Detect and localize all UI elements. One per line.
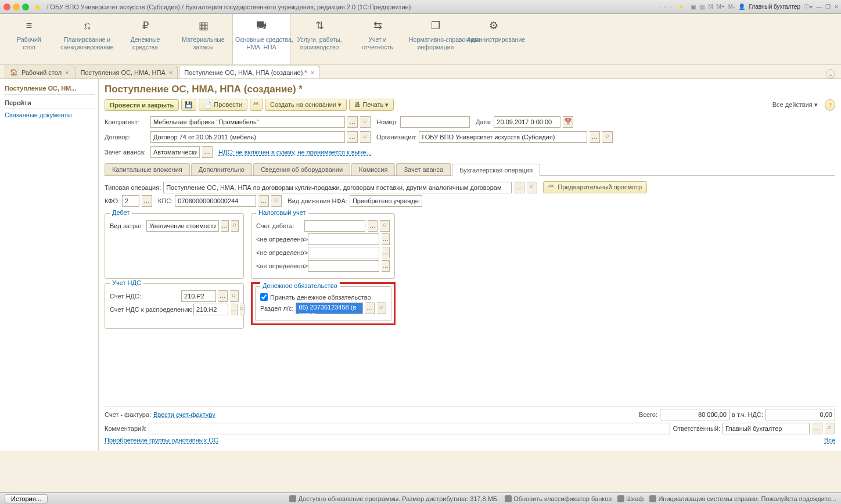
calc-mplus[interactable]: M+ — [717, 3, 725, 10]
find-button[interactable] — [271, 195, 282, 207]
responsible-input[interactable] — [723, 423, 810, 434]
find-button[interactable] — [377, 303, 386, 314]
close-window-icon[interactable] — [3, 3, 10, 10]
calc-mminus[interactable]: M- — [728, 3, 735, 10]
toolbar-icon[interactable]: ▫ — [659, 3, 661, 10]
date-input[interactable] — [494, 116, 560, 128]
ellipsis-button[interactable]: … — [590, 131, 600, 143]
favorite-icon[interactable]: ★ — [34, 2, 41, 12]
find-button[interactable] — [360, 116, 371, 128]
find-button[interactable] — [360, 131, 371, 143]
ellipsis-button[interactable]: … — [218, 290, 227, 302]
number-input[interactable] — [400, 116, 470, 128]
find-button[interactable] — [527, 182, 537, 193]
close-icon[interactable]: ✕ — [834, 3, 839, 10]
incl-nds-input[interactable] — [765, 409, 835, 420]
ellipsis-button[interactable]: … — [231, 304, 238, 315]
post-and-close-button[interactable]: Провести и закрыть — [105, 99, 179, 111]
comment-input[interactable] — [149, 423, 670, 434]
nds-account-input[interactable] — [181, 290, 216, 302]
ribbon-item[interactable]: ⇆Учет иотчетность — [348, 14, 407, 64]
advance-input[interactable] — [150, 146, 200, 158]
status-update[interactable]: Доступно обновление программы. Размер ди… — [289, 495, 499, 502]
tab-list[interactable]: Поступления ОС, НМА, НПА× — [76, 66, 178, 78]
total-input[interactable] — [660, 409, 729, 420]
preview-button[interactable]: ᴬᴷ Предварительный просмотр — [543, 181, 647, 193]
find-button[interactable] — [602, 131, 613, 143]
org-input[interactable] — [419, 131, 587, 143]
find-button[interactable] — [380, 220, 390, 232]
all-link[interactable]: Все — [824, 437, 835, 444]
calendar-button[interactable]: 📅 — [563, 116, 573, 128]
sub-tab[interactable]: Комиссия — [351, 163, 395, 175]
toolbar-icon[interactable]: ▣ — [691, 3, 696, 10]
ellipsis-button[interactable]: … — [382, 233, 390, 245]
debit-account-input[interactable] — [304, 220, 365, 232]
ribbon-item[interactable]: ▦Материальныезапасы — [174, 14, 232, 64]
save-button[interactable]: 💾 — [181, 99, 196, 111]
ribbon-item[interactable]: ⇅Услуги, работы,производство — [290, 14, 348, 64]
find-button[interactable] — [825, 423, 835, 434]
tab-desktop[interactable]: 🏠Рабочий стол× — [5, 66, 74, 78]
nds-dist-input[interactable] — [193, 304, 228, 315]
ribbon-item[interactable]: ≡Рабочийстол — [0, 14, 58, 64]
create-based-on-button[interactable]: Создать на основании — [265, 99, 347, 111]
ribbon-item[interactable]: ⛟Основные средства,НМА, НПА — [232, 14, 290, 64]
undefined-input[interactable] — [308, 247, 379, 258]
sub-tab[interactable]: Зачет аванса — [396, 163, 451, 175]
history-button[interactable]: История... — [5, 494, 48, 503]
nfa-input[interactable] — [350, 195, 422, 207]
kfo-input[interactable] — [122, 195, 139, 207]
help-button[interactable]: ? — [825, 99, 835, 111]
toolbar-icon[interactable]: ▤ — [699, 3, 705, 10]
ellipsis-button[interactable]: … — [382, 260, 390, 272]
ellipsis-button[interactable]: … — [365, 303, 375, 314]
maximize-window-icon[interactable] — [22, 3, 29, 10]
toolbar-icon[interactable]: ▫ — [664, 3, 666, 10]
typical-op-input[interactable] — [163, 182, 512, 193]
status-help[interactable]: Инициализация системы справки. Пожалуйст… — [649, 495, 836, 502]
related-docs-link[interactable]: Связанные документы — [3, 109, 95, 121]
dt-kt-button[interactable]: ᴬᴷ — [250, 99, 263, 111]
ribbon-item[interactable]: ⎌Планирование исанкционирование — [58, 14, 116, 64]
close-icon[interactable]: × — [311, 69, 314, 76]
ribbon-item[interactable]: ❐Нормативно-справочнаяинформация — [407, 14, 465, 64]
ellipsis-button[interactable]: … — [347, 116, 358, 128]
minimize-window-icon[interactable] — [13, 3, 20, 10]
find-button[interactable] — [240, 304, 245, 315]
ribbon-item[interactable]: ⚙Администрирование — [465, 14, 523, 64]
restore-icon[interactable]: ❐ — [825, 3, 831, 10]
ellipsis-button[interactable]: … — [514, 182, 524, 193]
minimize-icon[interactable]: — — [816, 3, 822, 10]
all-actions-button[interactable]: Все действия — [768, 99, 822, 110]
find-button[interactable] — [231, 220, 239, 232]
undefined-input[interactable] — [308, 233, 379, 245]
group-acquisition-link[interactable]: Приобретение группы однотипных ОС — [105, 437, 218, 444]
print-button[interactable]: 🖶 Печать — [349, 99, 394, 111]
nds-link[interactable]: НДС: не включен в сумму, не принимается … — [218, 149, 372, 156]
contractor-input[interactable] — [150, 116, 345, 128]
enter-invoice-link[interactable]: Ввести счет-фактуру — [153, 411, 215, 418]
expense-type-input[interactable] — [146, 220, 219, 232]
sub-tab[interactable]: Капитальные вложения — [105, 163, 190, 175]
status-banks[interactable]: Обновить классификатор банков — [505, 495, 612, 502]
ellipsis-button[interactable]: … — [347, 131, 358, 143]
ellipsis-button[interactable]: … — [258, 195, 269, 207]
status-cabinet[interactable]: Шкаф — [617, 495, 644, 502]
favorite-icon[interactable]: ★ — [678, 3, 684, 10]
expand-button[interactable]: ⌄ — [826, 69, 835, 78]
ellipsis-button[interactable]: … — [382, 247, 390, 258]
toolbar-icon[interactable]: ▫ — [670, 3, 672, 10]
sub-tab[interactable]: Дополнительно — [191, 163, 252, 175]
conduct-button[interactable]: 📄 Провести — [199, 99, 247, 111]
accept-obligation-checkbox[interactable] — [260, 293, 268, 301]
ellipsis-button[interactable]: … — [221, 220, 229, 232]
find-button[interactable] — [230, 290, 239, 302]
close-icon[interactable]: × — [65, 69, 69, 76]
contract-input[interactable] — [150, 131, 345, 143]
section-input[interactable]: 06) 20736123458 (в казна — [296, 303, 363, 314]
ribbon-item[interactable]: ₽Денежныесредства — [116, 14, 174, 64]
tab-create[interactable]: Поступление ОС, НМА, НПА (создание) *× — [179, 66, 319, 78]
ellipsis-button[interactable]: … — [812, 423, 822, 434]
info-icon[interactable]: ⓘ▾ — [804, 3, 813, 11]
